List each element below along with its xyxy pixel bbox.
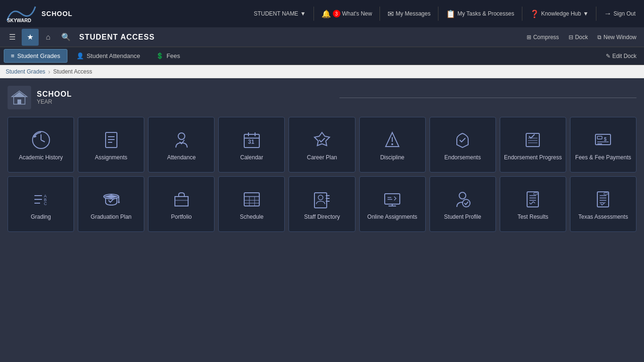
svg-rect-60 bbox=[534, 193, 537, 195]
tile-grading[interactable]: A B C Grading bbox=[8, 176, 74, 232]
compress-label: Compress bbox=[533, 34, 559, 41]
svg-text:SKYWARD: SKYWARD bbox=[7, 18, 31, 23]
tile-attendance[interactable]: Attendance bbox=[148, 117, 215, 173]
tile-texas-assessments[interactable]: Texas Assessments bbox=[570, 176, 636, 232]
grading-icon: A B C bbox=[31, 189, 51, 210]
breadcrumb: Student Grades › Student Access bbox=[0, 65, 644, 78]
svg-text:$: $ bbox=[604, 137, 607, 142]
assignments-icon bbox=[101, 130, 122, 150]
tile-career-plan-label: Career Plan bbox=[307, 154, 337, 162]
tile-endorsement-progress-label: Endorsement Progress bbox=[504, 154, 562, 162]
new-window-label: New Window bbox=[603, 34, 636, 41]
svg-rect-49 bbox=[385, 194, 400, 204]
attendance-icon bbox=[171, 130, 192, 150]
svg-point-17 bbox=[391, 143, 393, 145]
notification-badge: 3 bbox=[333, 10, 340, 17]
tile-endorsements-label: Endorsements bbox=[445, 154, 481, 162]
home-button[interactable]: ⌂ bbox=[40, 29, 57, 46]
dock-icon: ⊟ bbox=[569, 34, 573, 41]
tab-student-attendance[interactable]: 👤 Student Attendance bbox=[69, 49, 147, 63]
dock-button[interactable]: ⊟ Dock bbox=[565, 32, 592, 42]
divider3 bbox=[438, 7, 438, 21]
tile-fees-payments[interactable]: $ Fees & Fee Payments bbox=[570, 117, 636, 173]
svg-point-36 bbox=[118, 201, 120, 203]
staff-directory-icon bbox=[312, 189, 332, 210]
tile-schedule[interactable]: Schedule bbox=[218, 176, 285, 232]
svg-point-55 bbox=[462, 199, 470, 207]
tab-student-attendance-label: Student Attendance bbox=[87, 52, 140, 59]
my-messages-label: My Messages bbox=[396, 10, 430, 17]
attendance-tab-icon: 👤 bbox=[76, 52, 84, 59]
tile-attendance-label: Attendance bbox=[167, 154, 196, 162]
tile-assignments[interactable]: Assignments bbox=[78, 117, 144, 173]
logo-area: SKYWARD SCHOOL bbox=[5, 4, 73, 23]
hamburger-menu-button[interactable]: ☰ bbox=[4, 29, 21, 46]
svg-text:31: 31 bbox=[248, 139, 255, 145]
fees-tab-icon: 💲 bbox=[156, 52, 164, 59]
divider4 bbox=[522, 7, 522, 21]
search-button[interactable]: 🔍 bbox=[58, 29, 74, 46]
svg-rect-18 bbox=[526, 133, 539, 147]
help-icon: ❓ bbox=[530, 9, 539, 18]
tile-grid: Academic History Assignments Attendance bbox=[8, 117, 636, 232]
tab-student-grades-label: Student Grades bbox=[17, 52, 60, 59]
divider5 bbox=[596, 7, 596, 21]
tab-student-grades[interactable]: ≡ Student Grades bbox=[4, 49, 67, 63]
test-results-icon bbox=[522, 189, 543, 210]
messages-icon: ✉ bbox=[388, 9, 394, 18]
tile-career-plan[interactable]: Career Plan bbox=[289, 117, 355, 173]
sign-out-button[interactable]: → Sign Out bbox=[600, 8, 639, 20]
my-tasks-button[interactable]: 📋 My Tasks & Processes bbox=[442, 8, 518, 20]
page-title: STUDENT ACCESS bbox=[79, 33, 155, 41]
navbar: ☰ ★ ⌂ 🔍 STUDENT ACCESS ⊞ Compress ⊟ Dock… bbox=[0, 27, 644, 47]
signout-icon: → bbox=[604, 9, 611, 18]
tile-calendar-label: Calendar bbox=[240, 154, 264, 162]
history-icon bbox=[31, 130, 51, 150]
compress-button[interactable]: ⊞ Compress bbox=[523, 32, 563, 42]
tile-grading-label: Grading bbox=[31, 214, 51, 221]
school-header-text: SCHOOL YEAR bbox=[37, 90, 334, 105]
whats-new-button[interactable]: 🔔 3 What's New bbox=[318, 8, 376, 20]
edit-dock-button[interactable]: ✎ Edit Dock bbox=[602, 51, 640, 61]
tile-graduation-plan[interactable]: Graduation Plan bbox=[78, 176, 144, 232]
tile-test-results[interactable]: Test Results bbox=[500, 176, 566, 232]
svg-rect-23 bbox=[597, 136, 602, 139]
breadcrumb-current: Student Access bbox=[53, 68, 92, 75]
tile-endorsements[interactable]: Endorsements bbox=[429, 117, 496, 173]
tile-student-profile[interactable]: Student Profile bbox=[429, 176, 496, 232]
tile-discipline[interactable]: Discipline bbox=[359, 117, 426, 173]
tile-academic-history[interactable]: Academic History bbox=[8, 117, 74, 173]
compress-icon: ⊞ bbox=[527, 34, 531, 41]
tile-portfolio[interactable]: Portfolio bbox=[148, 176, 215, 232]
tab-fees[interactable]: 💲 Fees bbox=[149, 49, 187, 63]
new-window-button[interactable]: ⧉ New Window bbox=[594, 32, 640, 42]
tile-calendar[interactable]: 31 Calendar bbox=[218, 117, 285, 173]
breadcrumb-student-grades[interactable]: Student Grades bbox=[6, 68, 45, 75]
topbar: SKYWARD SCHOOL STUDENT NAME ▼ 🔔 3 What's… bbox=[0, 0, 644, 27]
favorites-button[interactable]: ★ bbox=[22, 29, 39, 46]
tile-staff-directory[interactable]: Staff Directory bbox=[289, 176, 355, 232]
knowledge-hub-button[interactable]: ❓ Knowledge Hub ▼ bbox=[526, 8, 593, 20]
svg-point-54 bbox=[459, 192, 466, 199]
chevron-down-icon2: ▼ bbox=[583, 10, 588, 17]
tile-test-results-label: Test Results bbox=[518, 214, 548, 221]
bell-icon: 🔔 bbox=[322, 9, 331, 18]
school-header-divider bbox=[339, 98, 636, 98]
tile-endorsement-progress[interactable]: Endorsement Progress bbox=[500, 117, 566, 173]
tile-online-assignments[interactable]: Online Assignments bbox=[359, 176, 426, 232]
tile-fees-payments-label: Fees & Fee Payments bbox=[575, 154, 631, 162]
my-messages-button[interactable]: ✉ My Messages bbox=[384, 8, 434, 20]
school-name-topbar: SCHOOL bbox=[41, 10, 73, 17]
navbar-actions: ⊞ Compress ⊟ Dock ⧉ New Window bbox=[523, 32, 640, 42]
career-icon bbox=[312, 130, 332, 150]
tile-online-assignments-label: Online Assignments bbox=[367, 214, 417, 221]
tile-schedule-label: Schedule bbox=[240, 214, 264, 221]
svg-rect-3 bbox=[17, 99, 21, 104]
tab-fees-label: Fees bbox=[166, 52, 180, 59]
endorsement-progress-icon bbox=[522, 130, 543, 150]
student-name-button[interactable]: STUDENT NAME ▼ bbox=[250, 8, 309, 19]
tile-discipline-label: Discipline bbox=[380, 154, 404, 162]
main-content: SCHOOL YEAR Academic History bbox=[0, 78, 644, 362]
tile-student-profile-label: Student Profile bbox=[444, 214, 481, 221]
svg-point-9 bbox=[178, 133, 185, 140]
